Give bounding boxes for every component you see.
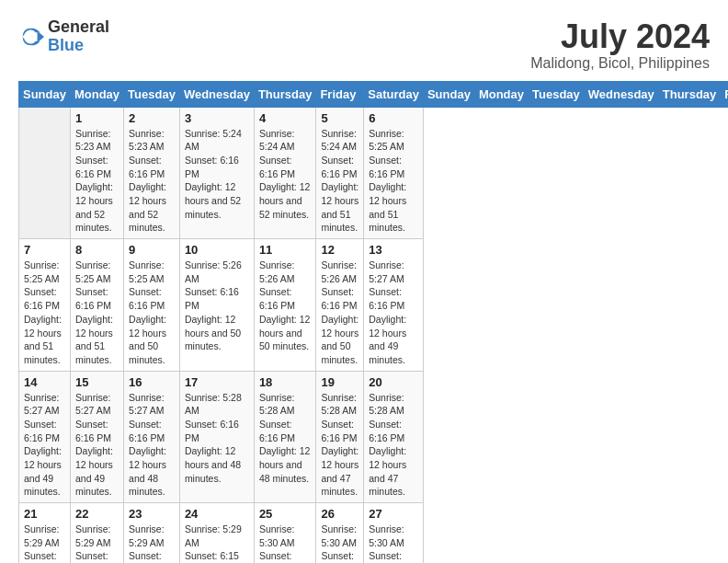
day-number: 27 <box>369 507 418 521</box>
calendar-cell: 4Sunrise: 5:24 AMSunset: 6:16 PMDaylight… <box>254 107 316 239</box>
day-number: 12 <box>321 243 358 257</box>
svg-marker-0 <box>38 30 44 42</box>
day-info: Sunrise: 5:29 AMSunset: 6:15 PMDaylight:… <box>129 523 175 563</box>
calendar-week-row: 21Sunrise: 5:29 AMSunset: 6:16 PMDayligh… <box>19 503 729 563</box>
calendar-cell: 27Sunrise: 5:30 AMSunset: 6:14 PMDayligh… <box>364 503 424 563</box>
day-number: 2 <box>129 111 175 125</box>
logo-icon <box>18 24 44 50</box>
page-header: General Blue July 2024 Malidong, Bicol, … <box>18 18 710 72</box>
calendar-cell <box>19 107 71 239</box>
calendar-cell: 5Sunrise: 5:24 AMSunset: 6:16 PMDaylight… <box>316 107 364 239</box>
header-tuesday: Tuesday <box>124 81 180 107</box>
day-number: 13 <box>369 243 418 257</box>
day-number: 17 <box>185 375 249 389</box>
header-sunday: Sunday <box>19 81 71 107</box>
day-info: Sunrise: 5:24 AMSunset: 6:16 PMDaylight:… <box>321 127 358 236</box>
day-number: 1 <box>75 111 119 125</box>
day-number: 25 <box>259 507 312 521</box>
day-number: 18 <box>259 375 312 389</box>
day-info: Sunrise: 5:28 AMSunset: 6:16 PMDaylight:… <box>259 391 312 486</box>
day-info: Sunrise: 5:27 AMSunset: 6:16 PMDaylight:… <box>129 391 175 500</box>
calendar-cell: 7Sunrise: 5:25 AMSunset: 6:16 PMDaylight… <box>19 239 71 372</box>
calendar-cell: 23Sunrise: 5:29 AMSunset: 6:15 PMDayligh… <box>124 503 180 563</box>
calendar-cell: 24Sunrise: 5:29 AMSunset: 6:15 PMDayligh… <box>179 503 254 563</box>
calendar-cell: 11Sunrise: 5:26 AMSunset: 6:16 PMDayligh… <box>254 239 316 372</box>
header-thursday: Thursday <box>254 81 316 107</box>
day-number: 5 <box>321 111 358 125</box>
day-info: Sunrise: 5:23 AMSunset: 6:16 PMDaylight:… <box>75 127 119 236</box>
day-number: 16 <box>129 375 175 389</box>
calendar-header-row: SundayMondayTuesdayWednesdayThursdayFrid… <box>19 81 729 107</box>
calendar-cell: 17Sunrise: 5:28 AMSunset: 6:16 PMDayligh… <box>179 371 254 503</box>
calendar-cell: 10Sunrise: 5:26 AMSunset: 6:16 PMDayligh… <box>179 239 254 372</box>
day-number: 15 <box>75 375 119 389</box>
calendar-cell: 12Sunrise: 5:26 AMSunset: 6:16 PMDayligh… <box>316 239 364 372</box>
day-info: Sunrise: 5:27 AMSunset: 6:16 PMDaylight:… <box>75 391 119 500</box>
day-number: 3 <box>185 111 249 125</box>
calendar-cell: 3Sunrise: 5:24 AMSunset: 6:16 PMDaylight… <box>179 107 254 239</box>
calendar-cell: 25Sunrise: 5:30 AMSunset: 6:15 PMDayligh… <box>254 503 316 563</box>
calendar-cell: 2Sunrise: 5:23 AMSunset: 6:16 PMDaylight… <box>124 107 180 239</box>
day-info: Sunrise: 5:28 AMSunset: 6:16 PMDaylight:… <box>185 391 249 486</box>
calendar-cell: 18Sunrise: 5:28 AMSunset: 6:16 PMDayligh… <box>254 371 316 503</box>
location: Malidong, Bicol, Philippines <box>530 55 710 72</box>
day-info: Sunrise: 5:30 AMSunset: 6:14 PMDaylight:… <box>369 523 418 563</box>
calendar-cell: 15Sunrise: 5:27 AMSunset: 6:16 PMDayligh… <box>70 371 123 503</box>
day-info: Sunrise: 5:29 AMSunset: 6:16 PMDaylight:… <box>24 523 65 563</box>
day-info: Sunrise: 5:24 AMSunset: 6:16 PMDaylight:… <box>185 127 249 222</box>
day-number: 22 <box>75 507 119 521</box>
day-number: 10 <box>185 243 249 257</box>
day-info: Sunrise: 5:25 AMSunset: 6:16 PMDaylight:… <box>24 259 65 367</box>
calendar-cell: 19Sunrise: 5:28 AMSunset: 6:16 PMDayligh… <box>316 371 364 503</box>
day-info: Sunrise: 5:28 AMSunset: 6:16 PMDaylight:… <box>369 391 418 500</box>
title-block: July 2024 Malidong, Bicol, Philippines <box>530 18 710 72</box>
day-info: Sunrise: 5:27 AMSunset: 6:16 PMDaylight:… <box>369 259 418 367</box>
header-day-sunday: Sunday <box>423 81 474 107</box>
calendar-cell: 13Sunrise: 5:27 AMSunset: 6:16 PMDayligh… <box>364 239 424 372</box>
day-info: Sunrise: 5:29 AMSunset: 6:15 PMDaylight:… <box>75 523 119 563</box>
header-monday: Monday <box>70 81 123 107</box>
logo-text: General Blue <box>48 18 109 55</box>
logo: General Blue <box>18 18 109 55</box>
header-day-tuesday: Tuesday <box>529 81 585 107</box>
day-number: 7 <box>24 243 65 257</box>
day-info: Sunrise: 5:26 AMSunset: 6:16 PMDaylight:… <box>321 259 358 367</box>
day-info: Sunrise: 5:27 AMSunset: 6:16 PMDaylight:… <box>24 391 65 500</box>
header-friday: Friday <box>316 81 364 107</box>
day-number: 11 <box>259 243 312 257</box>
day-info: Sunrise: 5:28 AMSunset: 6:16 PMDaylight:… <box>321 391 358 500</box>
day-number: 4 <box>259 111 312 125</box>
day-info: Sunrise: 5:29 AMSunset: 6:15 PMDaylight:… <box>185 523 249 563</box>
day-info: Sunrise: 5:25 AMSunset: 6:16 PMDaylight:… <box>129 259 175 367</box>
header-wednesday: Wednesday <box>179 81 254 107</box>
calendar-cell: 9Sunrise: 5:25 AMSunset: 6:16 PMDaylight… <box>124 239 180 372</box>
header-day-friday: Friday <box>721 81 728 107</box>
calendar-cell: 6Sunrise: 5:25 AMSunset: 6:16 PMDaylight… <box>364 107 424 239</box>
calendar-cell: 14Sunrise: 5:27 AMSunset: 6:16 PMDayligh… <box>19 371 71 503</box>
calendar-table: SundayMondayTuesdayWednesdayThursdayFrid… <box>18 81 728 563</box>
day-info: Sunrise: 5:24 AMSunset: 6:16 PMDaylight:… <box>259 127 312 222</box>
calendar-cell: 22Sunrise: 5:29 AMSunset: 6:15 PMDayligh… <box>70 503 123 563</box>
day-number: 19 <box>321 375 358 389</box>
calendar-week-row: 1Sunrise: 5:23 AMSunset: 6:16 PMDaylight… <box>19 107 729 239</box>
calendar-week-row: 7Sunrise: 5:25 AMSunset: 6:16 PMDaylight… <box>19 239 729 372</box>
header-day-thursday: Thursday <box>658 81 721 107</box>
day-number: 14 <box>24 375 65 389</box>
calendar-cell: 21Sunrise: 5:29 AMSunset: 6:16 PMDayligh… <box>19 503 71 563</box>
calendar-cell: 1Sunrise: 5:23 AMSunset: 6:16 PMDaylight… <box>70 107 123 239</box>
month-year: July 2024 <box>530 18 710 55</box>
day-number: 24 <box>185 507 249 521</box>
header-saturday: Saturday <box>364 81 424 107</box>
day-number: 8 <box>75 243 119 257</box>
day-info: Sunrise: 5:23 AMSunset: 6:16 PMDaylight:… <box>129 127 175 236</box>
day-info: Sunrise: 5:26 AMSunset: 6:16 PMDaylight:… <box>185 259 249 353</box>
calendar-cell: 20Sunrise: 5:28 AMSunset: 6:16 PMDayligh… <box>364 371 424 503</box>
header-day-monday: Monday <box>474 81 528 107</box>
day-number: 26 <box>321 507 358 521</box>
day-info: Sunrise: 5:30 AMSunset: 6:15 PMDaylight:… <box>259 523 312 563</box>
calendar-week-row: 14Sunrise: 5:27 AMSunset: 6:16 PMDayligh… <box>19 371 729 503</box>
day-number: 6 <box>369 111 418 125</box>
day-number: 20 <box>369 375 418 389</box>
calendar-cell: 16Sunrise: 5:27 AMSunset: 6:16 PMDayligh… <box>124 371 180 503</box>
day-info: Sunrise: 5:26 AMSunset: 6:16 PMDaylight:… <box>259 259 312 353</box>
